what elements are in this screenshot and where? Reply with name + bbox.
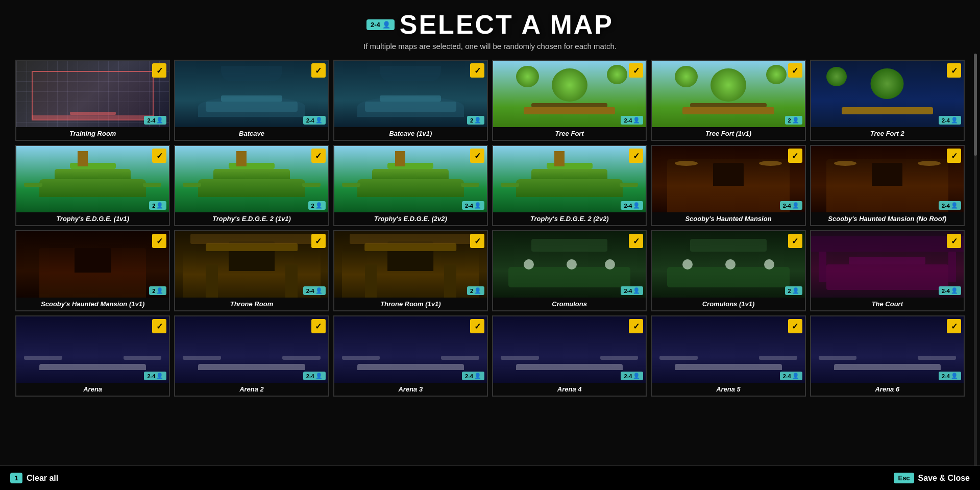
map-card-trophy-edge-1v1[interactable]: ✓ 2 👤 Trophy's E.D.G.E. (1v1) bbox=[15, 145, 170, 226]
player-count-trophy-edge-2v2: 2-4 👤 bbox=[462, 201, 484, 210]
player-count-label: 2 bbox=[152, 203, 155, 209]
clear-key-badge: 1 bbox=[10, 473, 22, 483]
player-count-label: 2-4 bbox=[465, 373, 473, 379]
map-name-batcave-1v1: Batcave (1v1) bbox=[334, 127, 487, 140]
player-count-label: 2 bbox=[788, 117, 791, 124]
checkmark-badge-arena-6: ✓ bbox=[947, 319, 961, 333]
map-card-scooby-mansion-noroof[interactable]: ✓ 2-4 👤 Scooby's Haunted Mansion (No Roo… bbox=[810, 145, 965, 226]
map-thumbnail-the-court: ✓ 2-4 👤 bbox=[811, 231, 964, 298]
page-title: SELECT A MAP bbox=[400, 9, 614, 40]
map-card-throne-room[interactable]: ✓ 2-4 👤 Throne Room bbox=[174, 230, 329, 311]
player-count-scooby-mansion: 2-4 👤 bbox=[780, 201, 802, 210]
map-card-scooby-mansion-1v1[interactable]: ✓ 2 👤 Scooby's Haunted Mansion (1v1) bbox=[15, 230, 170, 311]
map-name-the-court: The Court bbox=[811, 298, 964, 310]
map-thumbnail-batcave: ✓ 2-4 👤 bbox=[175, 61, 328, 127]
scrollbar-track[interactable] bbox=[974, 54, 977, 472]
checkmark-badge-arena-2: ✓ bbox=[311, 319, 326, 333]
player-count-icon: 👤 bbox=[474, 287, 481, 294]
checkmark-badge-tree-fort: ✓ bbox=[629, 63, 643, 78]
player-count-the-court: 2-4 👤 bbox=[939, 286, 961, 295]
map-name-trophy-edge-1v1: Trophy's E.D.G.E. (1v1) bbox=[16, 212, 169, 225]
map-card-batcave-1v1[interactable]: ✓ 2 👤 Batcave (1v1) bbox=[333, 60, 488, 141]
player-count-label: 2-4 bbox=[942, 203, 950, 209]
map-thumbnail-arena-2: ✓ 2-4 👤 bbox=[175, 316, 328, 383]
map-card-arena-2[interactable]: ✓ 2-4 👤 Arena 2 bbox=[174, 315, 329, 397]
checkmark-badge-arena-5: ✓ bbox=[788, 319, 802, 333]
player-count-icon: 👤 bbox=[315, 117, 323, 124]
map-card-batcave[interactable]: ✓ 2-4 👤 Batcave bbox=[174, 60, 329, 141]
close-key-badge: Esc bbox=[894, 473, 914, 483]
map-card-arena-3[interactable]: ✓ 2-4 👤 Arena 3 bbox=[333, 315, 488, 397]
player-count-batcave-1v1: 2 👤 bbox=[467, 116, 484, 125]
map-card-trophy-edge-2v2[interactable]: ✓ 2-4 👤 Trophy's E.D.G.E. (2v2) bbox=[333, 145, 488, 226]
player-count-label: 2 bbox=[152, 288, 155, 294]
map-card-tree-fort-2[interactable]: ✓ 2-4 👤 Tree Fort 2 bbox=[810, 60, 965, 141]
player-count-tree-fort-2: 2-4 👤 bbox=[939, 116, 961, 125]
close-label[interactable]: Save & Close bbox=[918, 474, 970, 483]
map-name-tree-fort: Tree Fort bbox=[493, 127, 646, 140]
player-count-label: 2 bbox=[311, 203, 314, 209]
player-count-icon: 👤 bbox=[951, 117, 958, 124]
player-count-label: 2-4 bbox=[306, 373, 314, 379]
map-name-batcave: Batcave bbox=[175, 127, 328, 140]
map-name-cromulons-1v1: Cromulons (1v1) bbox=[652, 298, 804, 310]
checkmark-badge-tree-fort-1v1: ✓ bbox=[788, 63, 802, 78]
player-count-trophy-edge-2-1v1: 2 👤 bbox=[308, 201, 326, 210]
checkmark-badge-arena-3: ✓ bbox=[470, 319, 484, 333]
map-thumbnail-scooby-mansion: ✓ 2-4 👤 bbox=[652, 146, 804, 212]
map-thumbnail-tree-fort: ✓ 2-4 👤 bbox=[493, 61, 646, 127]
map-name-arena-2: Arena 2 bbox=[175, 383, 328, 396]
map-name-tree-fort-2: Tree Fort 2 bbox=[811, 127, 964, 140]
player-count-training-room: 2-4 👤 bbox=[144, 116, 166, 125]
player-count-icon: 👤 bbox=[792, 202, 799, 209]
player-count-throne-room: 2-4 👤 bbox=[303, 286, 326, 295]
player-count-label: 2 bbox=[470, 288, 473, 294]
player-badge: 2-4 👤 bbox=[366, 19, 395, 30]
map-thumbnail-arena-5: ✓ 2-4 👤 bbox=[652, 316, 804, 383]
map-card-the-court[interactable]: ✓ 2-4 👤 The Court bbox=[810, 230, 965, 311]
player-count-scooby-mansion-noroof: 2-4 👤 bbox=[939, 201, 961, 210]
map-card-arena-5[interactable]: ✓ 2-4 👤 Arena 5 bbox=[651, 315, 805, 397]
map-card-trophy-edge-2-1v1[interactable]: ✓ 2 👤 Trophy's E.D.G.E. 2 (1v1) bbox=[174, 145, 329, 226]
map-name-arena-5: Arena 5 bbox=[652, 383, 804, 396]
map-thumbnail-arena-6: ✓ 2-4 👤 bbox=[811, 316, 964, 383]
footer-left: 1 Clear all bbox=[10, 473, 58, 483]
map-thumbnail-trophy-edge-2-2v2: ✓ 2-4 👤 bbox=[493, 146, 646, 212]
clear-label[interactable]: Clear all bbox=[27, 474, 58, 483]
player-count-icon: 👤 bbox=[156, 117, 163, 124]
map-thumbnail-tree-fort-2: ✓ 2-4 👤 bbox=[811, 61, 964, 127]
map-name-scooby-mansion: Scooby's Haunted Mansion bbox=[652, 212, 804, 225]
header-subtitle: If multiple maps are selected, one will … bbox=[0, 42, 980, 51]
map-card-arena-4[interactable]: ✓ 2-4 👤 Arena 4 bbox=[492, 315, 647, 397]
map-thumbnail-scooby-mansion-noroof: ✓ 2-4 👤 bbox=[811, 146, 964, 212]
player-count-throne-room-1v1: 2 👤 bbox=[467, 286, 484, 295]
map-card-tree-fort[interactable]: ✓ 2-4 👤 Tree Fort bbox=[492, 60, 647, 141]
map-card-throne-room-1v1[interactable]: ✓ 2 👤 Throne Room (1v1) bbox=[333, 230, 488, 311]
map-card-cromulons-1v1[interactable]: ✓ 2 👤 Cromulons (1v1) bbox=[651, 230, 805, 311]
player-count-icon: 👤 bbox=[474, 202, 481, 209]
map-name-tree-fort-1v1: Tree Fort (1v1) bbox=[652, 127, 804, 140]
player-count-icon: 👤 bbox=[474, 117, 481, 124]
checkmark-badge-trophy-edge-2-2v2: ✓ bbox=[629, 149, 643, 163]
title-row: 2-4 👤 SELECT A MAP bbox=[0, 9, 980, 40]
checkmark-badge-the-court: ✓ bbox=[947, 234, 961, 248]
player-count-icon: 👤 bbox=[315, 202, 323, 209]
map-card-arena-6[interactable]: ✓ 2-4 👤 Arena 6 bbox=[810, 315, 965, 397]
map-card-trophy-edge-2-2v2[interactable]: ✓ 2-4 👤 Trophy's E.D.G.E. 2 (2v2) bbox=[492, 145, 647, 226]
player-count-tree-fort-1v1: 2 👤 bbox=[785, 116, 802, 125]
player-count-cromulons: 2-4 👤 bbox=[621, 286, 643, 295]
checkmark-badge-trophy-edge-2-1v1: ✓ bbox=[311, 149, 326, 163]
map-card-tree-fort-1v1[interactable]: ✓ 2 👤 Tree Fort (1v1) bbox=[651, 60, 805, 141]
checkmark-badge-batcave: ✓ bbox=[311, 63, 326, 78]
map-card-training-room[interactable]: ✓ 2-4 👤 Training Room bbox=[15, 60, 170, 141]
player-count-arena-5: 2-4 👤 bbox=[780, 372, 802, 380]
map-card-arena-1[interactable]: ✓ 2-4 👤 Arena bbox=[15, 315, 170, 397]
player-count-arena-2: 2-4 👤 bbox=[303, 372, 326, 380]
player-count-icon: 👤 bbox=[633, 117, 640, 124]
scrollbar-thumb[interactable] bbox=[974, 54, 977, 156]
checkmark-badge-training-room: ✓ bbox=[152, 63, 166, 78]
map-name-arena-1: Arena bbox=[16, 383, 169, 396]
map-card-cromulons[interactable]: ✓ 2-4 👤 Cromulons bbox=[492, 230, 647, 311]
map-card-scooby-mansion[interactable]: ✓ 2-4 👤 Scooby's Haunted Mansion bbox=[651, 145, 805, 226]
map-thumbnail-trophy-edge-2-1v1: ✓ 2 👤 bbox=[175, 146, 328, 212]
